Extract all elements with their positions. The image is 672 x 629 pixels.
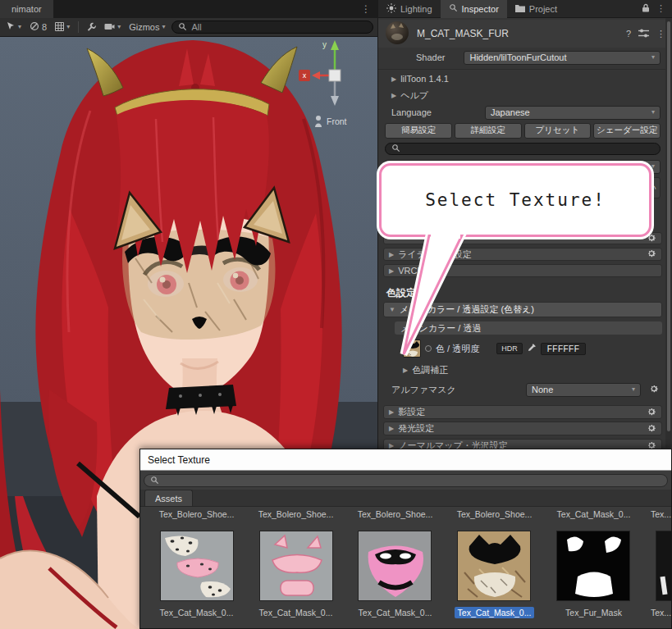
shadow-settings-row[interactable]: ▶ 影設定 [383, 405, 662, 419]
texture-label[interactable]: Tex_Cat_Mask_0... [544, 508, 643, 520]
lock-icon[interactable] [642, 3, 650, 14]
assets-tab[interactable]: Assets [144, 490, 193, 506]
color-hex-field[interactable]: FFFFFF [541, 343, 587, 355]
texture-thumbnail[interactable] [457, 531, 531, 601]
top-tab-bar: nimator ⋮ [0, 0, 377, 18]
dialog-tab-strip: Assets [140, 490, 671, 507]
texture-thumbnail[interactable] [160, 531, 234, 601]
camera-settings-button[interactable]: ▾ [103, 21, 122, 33]
dialog-search-input[interactable] [144, 474, 668, 487]
material-name: M_CAT_MASK_FUR [417, 28, 509, 39]
chevron-down-icon: ▾ [66, 24, 70, 30]
texture-label[interactable]: Tex_Bolero_Shoe... [445, 508, 544, 520]
eyedropper-icon[interactable] [527, 343, 537, 354]
texture-item-label[interactable]: Tex_Cat_Mask_0... [345, 607, 445, 618]
gear-icon[interactable] [647, 423, 656, 435]
tab-label: Project [529, 4, 557, 14]
language-value: Japanese [491, 107, 530, 117]
scene-search-input[interactable]: All [171, 21, 373, 34]
alpha-mask-dropdown[interactable]: None ▾ [526, 383, 641, 397]
language-dropdown[interactable]: Japanese ▾ [485, 106, 661, 120]
main-texture-slot[interactable] [403, 340, 421, 358]
tab-inspector[interactable]: Inspector [441, 0, 507, 18]
shader-settings-button[interactable]: シェーダー設定 [593, 123, 661, 139]
scene-tools-button[interactable] [85, 21, 98, 34]
foldout-liltoon-version[interactable]: ▶ lilToon 1.4.1 [385, 72, 661, 85]
foldout-label: ヘルプ [400, 89, 428, 102]
lighting-settings-row[interactable]: ▶ ライティング設定 [383, 248, 662, 261]
foldout-arrow-icon: ▶ [403, 367, 408, 374]
alpha-mask-label: アルファマスク [391, 384, 456, 396]
texture-item-label[interactable]: Tex... [647, 607, 672, 618]
help-icon[interactable]: ? [626, 29, 631, 39]
chevron-down-icon: ▾ [651, 54, 655, 61]
material-preview-sphere[interactable] [385, 21, 409, 47]
main-color-section-header[interactable]: ▼ メインカラー / 透過設定 (色替え) [383, 302, 662, 317]
more-menu-icon[interactable]: ⋮ [656, 29, 665, 39]
inspector-search-input[interactable] [385, 143, 661, 155]
main-color-header-label: メインカラー / 透過設定 (色替え) [400, 303, 534, 316]
unity-editor-window: nimator ⋮ ▾ 8 ▾ ▾ Gizmos ▾ All [0, 0, 672, 629]
tone-correction-label: 色調補正 [412, 364, 448, 376]
panel-menu-icon[interactable]: ⋮ [354, 3, 377, 15]
texture-thumbnail[interactable] [358, 531, 432, 601]
foldout-arrow-icon: ▶ [389, 408, 394, 416]
gear-icon[interactable] [647, 233, 656, 244]
chevron-down-icon: ▾ [651, 163, 655, 170]
foldout-arrow-icon: ▶ [389, 425, 394, 432]
lighting-settings-label: ライティング設定 [398, 248, 472, 261]
presets-icon[interactable] [638, 29, 649, 39]
foldout-arrow-icon: ▶ [389, 267, 394, 275]
gear-icon[interactable] [649, 385, 659, 395]
shadow-settings-label: 影設定 [398, 406, 425, 418]
texture-item-label[interactable]: Tex_Cat_Mask_0... [147, 607, 246, 618]
foldout-help[interactable]: ▶ ヘルプ [385, 89, 661, 102]
texture-item-label[interactable]: Tex_Cat_Mask_0... [246, 607, 345, 618]
gizmo-x-label: x [303, 71, 307, 80]
view-tool-button[interactable]: ▾ [4, 21, 23, 34]
texture-thumbnail[interactable] [259, 531, 333, 601]
emission-settings-row[interactable]: ▶ 発光設定 [383, 422, 662, 435]
tone-correction-foldout[interactable]: ▶ 色調補正 [385, 364, 661, 376]
main-color-sub-label: メインカラー / 透過 [400, 322, 481, 335]
tab-animator[interactable]: nimator [0, 0, 53, 18]
tab-lighting[interactable]: Lighting [378, 0, 441, 18]
texture-thumbnail[interactable] [556, 531, 630, 601]
preset-button[interactable]: プリセット [524, 123, 592, 139]
texture-item-label[interactable]: Tex_Cat_Mask_0... [445, 607, 544, 618]
search-icon [178, 22, 187, 33]
hdr-badge[interactable]: HDR [496, 343, 523, 354]
tab-menu-icon[interactable]: ⋮ [656, 3, 665, 14]
tab-label: Inspector [462, 4, 499, 14]
chevron-down-icon: ▾ [117, 24, 121, 30]
toolbar-divider [78, 21, 79, 33]
speech-bubble-text: Select Texture! [425, 190, 606, 210]
gizmos-dropdown[interactable]: Gizmos ▾ [127, 21, 167, 33]
object-picker-icon[interactable] [425, 345, 432, 352]
tab-project[interactable]: Project [507, 0, 565, 18]
simple-settings-button[interactable]: 簡易設定 [385, 123, 452, 139]
emission-settings-label: 発光設定 [398, 422, 434, 435]
gear-icon[interactable] [647, 248, 656, 260]
texture-label[interactable]: Tex_Bolero_Shoe... [147, 508, 246, 520]
vrchat-row[interactable]: ▶ VRCha [383, 264, 662, 277]
inspector-scrollbar[interactable] [665, 18, 672, 448]
texture-label[interactable]: Tex_Bolero_Shoe... [345, 508, 445, 520]
detailed-settings-button[interactable]: 詳細設定 [455, 123, 522, 139]
shader-dropdown[interactable]: Hidden/lilToonFurCutout ▾ [464, 51, 661, 65]
sun-icon [386, 3, 396, 15]
texture-item-label[interactable]: Tex_Fur_Mask [544, 607, 643, 618]
search-icon [391, 144, 400, 154]
gear-icon[interactable] [647, 407, 656, 418]
foldout-arrow-icon: ▼ [389, 306, 395, 313]
texture-label[interactable]: Tex_Bolero_Shoe... [246, 508, 345, 520]
grid-toggle[interactable]: ▾ [53, 21, 71, 34]
scrollbar-thumb[interactable] [667, 21, 670, 431]
tab-label: Lighting [400, 4, 432, 14]
scene-visibility-toggle[interactable]: 8 [28, 21, 48, 34]
chevron-down-icon: ▾ [18, 24, 21, 30]
foldout-arrow-icon: ▶ [389, 251, 394, 258]
texture-thumbnail[interactable] [656, 531, 672, 601]
dialog-title-text: Select Texture [148, 454, 210, 466]
texture-label[interactable]: Tex... [647, 508, 672, 520]
